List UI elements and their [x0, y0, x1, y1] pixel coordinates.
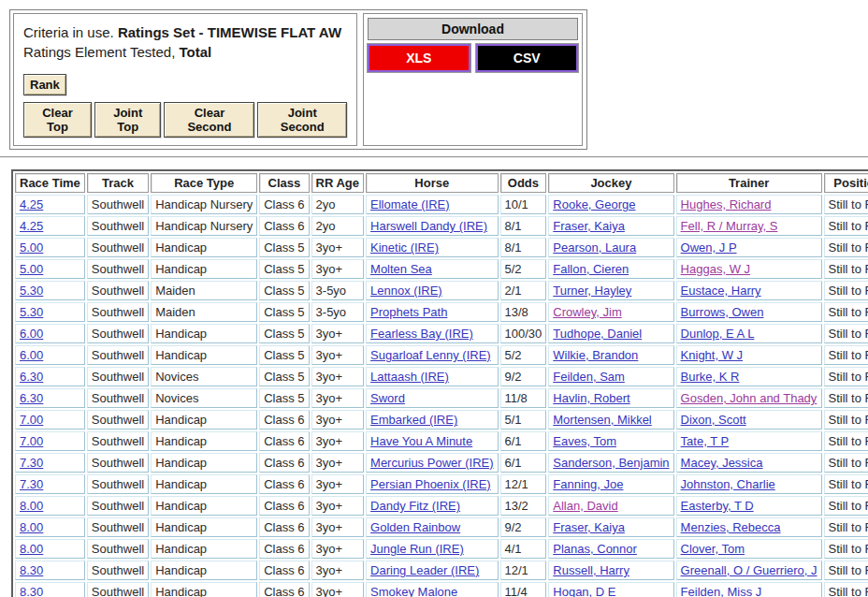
race-time-link[interactable]: 8.30 [20, 563, 43, 577]
jockey-link[interactable]: Turner, Hayley [553, 284, 631, 298]
trainer-cell: Feilden, Miss J [676, 582, 822, 597]
ratings-set-value: Ratings Set - TIMEWISE FLAT AW [118, 24, 341, 40]
jockey-link[interactable]: Feilden, Sam [553, 370, 625, 384]
clear-top-button[interactable]: Clear Top [23, 102, 92, 138]
trainer-link[interactable]: Gosden, John and Thady [681, 391, 817, 405]
jockey-link[interactable]: Havlin, Robert [553, 391, 629, 405]
horse-link[interactable]: Daring Leader (IRE) [370, 563, 479, 577]
odds-cell: 11/8 [500, 388, 547, 408]
jockey-link[interactable]: Fallon, Cieren [553, 262, 629, 276]
trainer-link[interactable]: Tate, T P [681, 434, 730, 448]
jockey-link[interactable]: Hogan, D E [553, 585, 615, 597]
trainer-link[interactable]: Knight, W J [681, 348, 743, 362]
jockey-link[interactable]: Fraser, Kaiya [553, 219, 625, 233]
horse-link[interactable]: Dandy Fitz (IRE) [370, 499, 460, 513]
horse-link[interactable]: Lattaash (IRE) [370, 370, 449, 384]
trainer-link[interactable]: Eustace, Harry [681, 284, 761, 298]
trainer-link[interactable]: Haggas, W J [681, 262, 750, 276]
trainer-link[interactable]: Dunlop, E A L [681, 327, 755, 341]
trainer-link[interactable]: Feilden, Miss J [681, 585, 762, 597]
horse-cell: Dandy Fitz (IRE) [366, 496, 498, 516]
table-row: 8.30 Southwell Handicap Class 6 3yo+ Smo… [15, 582, 868, 597]
trainer-link[interactable]: Dixon, Scott [681, 413, 746, 427]
horse-link[interactable]: Prophets Path [370, 305, 447, 319]
clear-second-button[interactable]: Clear Second [164, 102, 254, 138]
horse-link[interactable]: Lennox (IRE) [370, 284, 442, 298]
trainer-link[interactable]: Menzies, Rebecca [681, 520, 781, 534]
horse-link[interactable]: Sword [370, 391, 405, 405]
joint-top-button[interactable]: Joint Top [94, 102, 161, 138]
race-time-link[interactable]: 4.25 [20, 219, 43, 233]
horse-link[interactable]: Molten Sea [370, 262, 432, 276]
horse-link[interactable]: Ellomate (IRE) [370, 197, 450, 211]
jockey-link[interactable]: Eaves, Tom [553, 434, 616, 448]
race-time-link[interactable]: 7.00 [20, 434, 43, 448]
race-time-link[interactable]: 7.30 [20, 456, 43, 470]
trainer-link[interactable]: Johnston, Charlie [681, 477, 775, 491]
trainer-link[interactable]: Burke, K R [681, 370, 740, 384]
horse-link[interactable]: Smokey Malone [370, 585, 457, 597]
race-time-link[interactable]: 5.00 [20, 240, 43, 255]
trainer-link[interactable]: Clover, Tom [681, 542, 745, 556]
race-time-link[interactable]: 5.30 [20, 284, 43, 298]
rank-button[interactable]: Rank [23, 74, 66, 95]
race-type-cell: Handicap [151, 582, 257, 597]
race-time-link[interactable]: 6.00 [20, 348, 43, 362]
horse-link[interactable]: Kinetic (IRE) [370, 240, 439, 255]
horse-link[interactable]: Embarked (IRE) [370, 413, 457, 427]
horse-link[interactable]: Sugarloaf Lenny (IRE) [370, 348, 491, 362]
race-time-link[interactable]: 8.00 [20, 499, 43, 513]
horse-link[interactable]: Harswell Dandy (IRE) [370, 219, 487, 233]
table-row: 6.00 Southwell Handicap Class 5 3yo+ Fea… [15, 324, 868, 343]
jockey-link[interactable]: Allan, David [553, 499, 617, 513]
jockey-link[interactable]: Pearson, Laura [553, 240, 636, 255]
horse-link[interactable]: Mercurius Power (IRE) [370, 456, 493, 470]
trainer-cell: Johnston, Charlie [676, 474, 822, 494]
race-time-link[interactable]: 6.30 [20, 391, 43, 405]
jockey-link[interactable]: Mortensen, Mikkel [553, 413, 651, 427]
horse-link[interactable]: Persian Phoenix (IRE) [370, 477, 491, 491]
race-time-link[interactable]: 5.00 [20, 262, 43, 276]
xls-download-button[interactable]: XLS [368, 44, 470, 72]
trainer-link[interactable]: Easterby, T D [681, 499, 754, 513]
jockey-link[interactable]: Wilkie, Brandon [553, 348, 638, 362]
trainer-link[interactable]: Owen, J P [681, 240, 737, 255]
csv-download-button[interactable]: CSV [476, 44, 579, 72]
horse-link[interactable]: Jungle Run (IRE) [370, 542, 464, 556]
trainer-link[interactable]: Hughes, Richard [681, 197, 772, 211]
trainer-link[interactable]: Burrows, Owen [681, 305, 764, 319]
jockey-link[interactable]: Fraser, Kaiya [553, 520, 625, 534]
race-time-link[interactable]: 8.30 [20, 585, 43, 597]
race-time-link[interactable]: 4.25 [20, 197, 43, 211]
race-time-link[interactable]: 6.00 [20, 327, 43, 341]
jockey-link[interactable]: Rooke, George [553, 197, 635, 211]
col-header-odds: Odds [500, 173, 547, 193]
trainer-link[interactable]: Macey, Jessica [681, 456, 763, 470]
jockey-link[interactable]: Russell, Harry [553, 563, 629, 577]
horse-link[interactable]: Golden Rainbow [370, 520, 460, 534]
jockey-link[interactable]: Sanderson, Benjamin [553, 456, 669, 470]
trainer-link[interactable]: Fell, R / Murray, S [681, 219, 778, 233]
jockey-link[interactable]: Fanning, Joe [553, 477, 623, 491]
odds-cell: 12/1 [500, 561, 547, 580]
criteria-panel: Criteria in use. Ratings Set - TIMEWISE … [13, 13, 357, 146]
jockey-link[interactable]: Tudhope, Daniel [553, 327, 642, 341]
race-time-link[interactable]: 8.00 [20, 520, 43, 534]
jockey-link[interactable]: Planas, Connor [553, 542, 637, 556]
jockey-link[interactable]: Crowley, Jim [553, 305, 621, 319]
horse-cell: Daring Leader (IRE) [366, 561, 498, 580]
race-type-cell: Handicap Nursery [151, 195, 257, 214]
class-cell: Class 6 [259, 216, 309, 236]
race-time-link[interactable]: 7.30 [20, 477, 43, 491]
rr-age-cell: 3yo+ [311, 517, 364, 537]
race-time-link[interactable]: 8.00 [20, 542, 43, 556]
race-time-link[interactable]: 7.00 [20, 413, 43, 427]
odds-cell: 9/2 [500, 367, 547, 386]
horse-link[interactable]: Have You A Minute [370, 434, 472, 448]
criteria-line1-label: Criteria in use. [23, 24, 118, 40]
race-time-link[interactable]: 6.30 [20, 370, 43, 384]
horse-link[interactable]: Fearless Bay (IRE) [370, 327, 473, 341]
race-time-link[interactable]: 5.30 [20, 305, 43, 319]
trainer-link[interactable]: Greenall, O / Guerriero, J [681, 563, 817, 577]
joint-second-button[interactable]: Joint Second [257, 102, 347, 138]
